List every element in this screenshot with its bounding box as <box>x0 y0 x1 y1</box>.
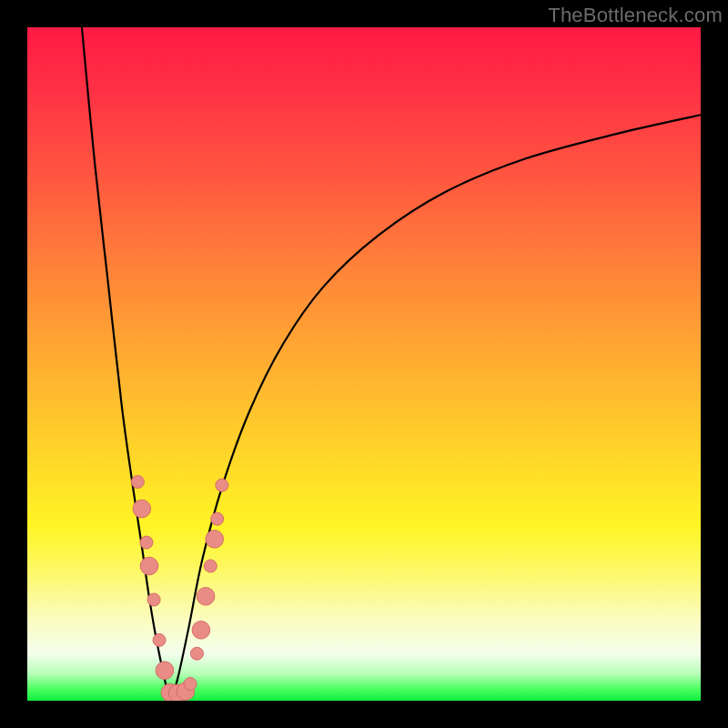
scatter-dot <box>206 531 224 549</box>
scatter-dot <box>131 476 144 489</box>
scatter-dot <box>184 678 197 691</box>
scatter-dot <box>216 479 228 491</box>
scatter-dot <box>140 557 158 575</box>
scatter-dot <box>156 662 174 680</box>
plot-area <box>27 27 701 701</box>
scatter-dot <box>133 500 151 518</box>
chart-svg <box>27 27 701 701</box>
curve-right <box>171 115 701 701</box>
scatter-dot <box>204 560 217 572</box>
scatter-dot <box>197 588 215 606</box>
scatter-dot <box>190 647 203 660</box>
scatter-dot <box>211 512 224 525</box>
scatter-dot <box>192 622 210 640</box>
scatter-dot <box>140 536 153 549</box>
scatter-dot <box>153 633 166 646</box>
outer-frame: TheBottleneck.com <box>0 0 728 728</box>
watermark-text: TheBottleneck.com <box>548 4 723 27</box>
scatter-dot <box>147 593 160 606</box>
